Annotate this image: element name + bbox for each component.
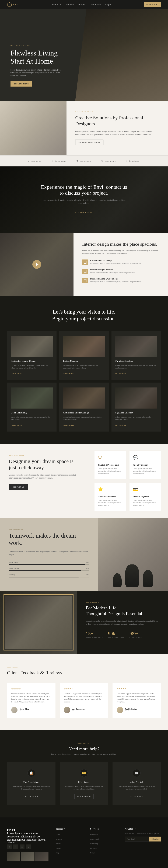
dream-feature-desc-2: Lorem ipsum dolor sit amet consectetur a… [98,499,123,507]
help-label: Need Support [7,743,161,744]
feature-icon-0 [82,259,88,265]
creative-cta-button[interactable]: EXPLORE MORE ABOUT [75,140,103,145]
dream-feature-desc-0: Lorem ipsum dolor sit amet consectetur a… [98,467,123,475]
footer-services-link-3[interactable]: Furniture [90,846,118,849]
stat-label-2: HAPPY CLIENT [129,637,142,639]
modern-content: Our Signature For Modern Life.Thoughtful… [77,591,168,654]
service-card-link-0[interactable]: LEARN MORE [11,373,22,374]
service-card-link-4[interactable]: LEARN MORE [63,425,74,426]
footer-services-link-1[interactable]: Commercial [90,837,118,840]
hero-title: Flawless Living Start At Home. [10,49,63,65]
service-card-0[interactable]: Residential Interior Design Residential … [7,331,56,380]
hero-cta-button[interactable]: EXPLORE MORE [10,81,32,87]
nav-cta-button[interactable]: Book a Call [144,2,161,7]
footer-services-link-0-a[interactable]: Residential [90,834,98,836]
help-card-desc-2: Lorem ipsum dolor sit amet consectetur a… [117,785,156,790]
footer-link-blog[interactable]: Blog [55,851,83,854]
help-card-btn-1[interactable]: GET IN TOUCH [74,794,94,799]
help-card-desc-0: Lorem ipsum dolor sit amet consectetur a… [12,785,51,790]
footer-link-about-a[interactable]: About [55,834,60,836]
progress-value-0: 95% [86,561,89,563]
footer-link-contact-a[interactable]: Contact [55,847,61,849]
footer-services-link-4[interactable]: Design [90,851,118,854]
help-card-btn-2[interactable]: GET IN TOUCH [127,794,146,799]
services-grid-top: Residential Interior Design Residential … [7,331,161,380]
service-card-link-5[interactable]: LEARN MORE [115,425,126,426]
play-triangle-icon [36,262,39,266]
service-card-img-inner-4 [63,388,105,408]
social-instagram[interactable]: ig [26,844,31,849]
service-card-desc-5: Unique signature pieces and curated coll… [115,416,157,421]
service-card-image-5: Signature Selection [115,388,157,408]
feature-desc-0: Lorem ipsum dolor sit consectetur adipis… [90,262,141,265]
nav-link-pages[interactable]: Pages [105,3,111,6]
instagram-icon: ig [28,846,29,848]
service-card-desc-0: Our team of professional designers creat… [11,364,53,369]
social-twitter[interactable]: t [13,844,18,849]
social-linkedin[interactable]: in [19,844,25,849]
service-card-image-2: Furniture Selection [115,336,157,357]
dream-cta-button[interactable]: CONTACT US [9,485,28,490]
footer-link-about[interactable]: About [55,833,83,836]
play-video-button[interactable] [32,260,41,269]
footer-services-link-3-a[interactable]: Furniture [90,847,97,849]
footer-link-blog-a[interactable]: Blog [55,852,58,854]
feature-icon-inner-0 [84,261,86,264]
service-card-5[interactable]: Signature Selection Signature Selection … [112,382,161,432]
services-section: Let's bring your vision to life.Begin yo… [0,296,168,444]
service-card-desc-3: Expert color consulting to create harmon… [11,416,53,421]
service-card-img-inner-3 [11,388,53,408]
hero-section: OCTOBER 20, 2023 Flawless Living Start A… [0,9,168,101]
discover-cta-button[interactable]: DISCOVER HERE [71,210,97,215]
service-card-image-0: Residential Interior Design [11,336,53,357]
discover-description: Lorem ipsum dolor sit amet consectetur a… [40,199,128,205]
service-card-4[interactable]: Commercial Interior Design Commercial In… [59,382,109,432]
footer-brand: ENVI Lorem ipsum dolor sit amet consecte… [7,828,48,861]
logo-item-0: ● Logoipsum [28,160,41,162]
footer-link-project[interactable]: Project [55,842,83,845]
service-card-2[interactable]: Furniture Selection Furniture Selection … [112,331,161,380]
footer-services-link-2-a[interactable]: Consulting [90,843,98,845]
social-facebook[interactable]: f [7,844,12,849]
footer-link-services[interactable]: Services [55,837,83,840]
nav-logo[interactable]: E ENVI [7,2,20,7]
logo-item-1: ◆ Logoipsum [52,160,66,162]
dream-feature-card-2: ⭐ Guarantee Services Lorem ipsum dolor s… [94,483,126,511]
footer-link-services-a[interactable]: Services [55,838,61,840]
feature-desc-1: Interior lorem consectetur adipiscing es… [90,272,135,274]
vase-medium [142,570,153,587]
footer-gallery [7,852,48,861]
teamwork-image [98,518,168,591]
footer-services-link-2[interactable]: Consulting [90,842,118,845]
nav-link-services[interactable]: Services [66,3,74,6]
ticket-support-icon: 🎫 [80,769,88,777]
support-icon: 💬 [133,455,139,461]
ticket-icon-glyph: 🎫 [82,771,86,775]
logo-icon: E [7,2,12,7]
service-card-3[interactable]: Color Consulting Color Consulting Expert… [7,382,56,432]
nav-link-project[interactable]: Project [79,3,86,6]
footer-services-link-0[interactable]: Residential [90,833,118,836]
footer-brand-name: ENVI [7,828,48,832]
newsletter-subscribe-button[interactable]: Subscribe [149,837,161,841]
help-card-btn-0[interactable]: GET IN TOUCH [22,794,41,799]
feature-title-0: Consultation & Concept [90,259,141,261]
reviews-grid: ★★★★★ I couldn't be happier with the ser… [7,683,161,718]
service-card-link-1[interactable]: LEARN MORE [63,373,74,374]
footer-services-link-1-a[interactable]: Commercial [90,838,99,840]
teamwork-label: Our Experience [9,528,89,530]
service-card-link-2[interactable]: LEARN MORE [115,373,126,374]
footer-link-project-a[interactable]: Project [55,843,60,845]
footer-link-contact[interactable]: Contact [55,846,83,849]
footer-services-link-4-a[interactable]: Design [90,852,95,854]
nav-link-about[interactable]: About Us [52,3,61,6]
stat-label-1: PROJECT FINISHED [108,637,124,639]
newsletter-input[interactable] [125,837,149,841]
reviewer-info-1: Jay Johnstone Client [72,708,85,712]
reviewer-name-1: Jay Johnstone [72,708,85,710]
nav-link-contact[interactable]: Contact us [90,3,101,6]
service-card-link-3[interactable]: LEARN MORE [11,425,22,426]
service-card-1[interactable]: Project Mapping Project Mapping Comprehe… [59,331,109,380]
stat-item-2: 98% HAPPY CLIENT [129,631,142,639]
help-description: Lorem ipsum dolor sit amet consectetur a… [7,753,161,755]
